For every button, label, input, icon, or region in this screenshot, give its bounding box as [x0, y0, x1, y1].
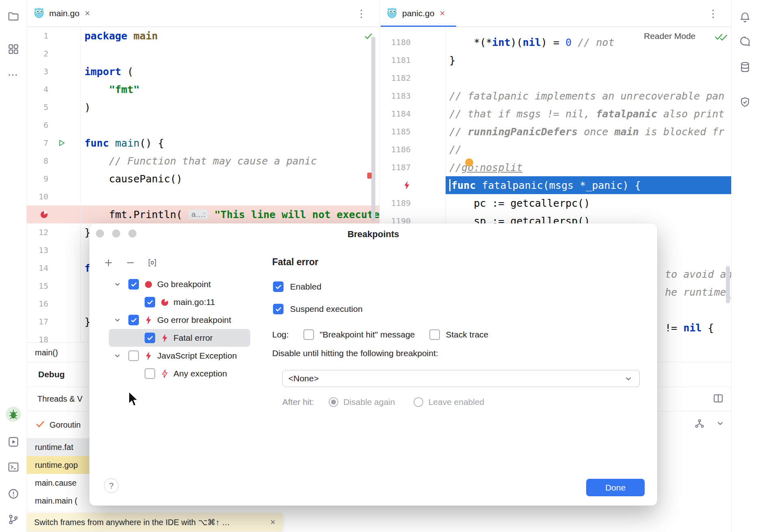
checkbox[interactable] [128, 350, 139, 361]
goroutine-selector[interactable]: Goroutin [50, 420, 81, 430]
checkbox[interactable] [145, 368, 155, 379]
chevron-down-icon[interactable] [111, 352, 123, 360]
folder-icon[interactable] [6, 9, 21, 24]
tree-item-label: main.go:11 [173, 297, 215, 307]
line-number: 1189 [380, 198, 414, 208]
database-icon[interactable] [738, 60, 752, 74]
tab-threads-variables[interactable]: Threads & V [37, 394, 82, 404]
code-line-2: 2 [27, 45, 379, 63]
detail-checkboxes: EnabledSuspend execution [273, 278, 363, 322]
chevron-down-icon[interactable] [111, 280, 123, 288]
dialog-toolbar [103, 257, 158, 268]
go-gopher-icon [33, 7, 45, 20]
git-branch-icon[interactable] [6, 512, 21, 527]
go-gopher-icon [386, 7, 398, 20]
tab-options-menu-icon[interactable]: ⋮ [356, 0, 366, 27]
scrollbar-thumb[interactable] [371, 37, 375, 221]
run-gutter-icon[interactable] [52, 134, 81, 152]
breakpoint-tree-item[interactable]: main.go:11 [109, 293, 250, 311]
line-number: 1184 [380, 109, 414, 119]
tree-item-label: JavaScript Exception [157, 351, 237, 361]
code-line-1181: 1181} [380, 51, 731, 69]
line-number: 15 [27, 281, 52, 291]
close-icon[interactable]: × [440, 8, 445, 19]
breakpoint-tree-item[interactable]: Go breakpoint [109, 275, 250, 293]
windows-icon[interactable] [6, 42, 21, 56]
radio-button[interactable] [329, 397, 338, 407]
more-icon[interactable]: ⋯ [6, 67, 21, 82]
tab-options-menu-icon[interactable]: ⋮ [708, 0, 718, 27]
code-line-1187: 1187//go:nosplit [380, 158, 731, 176]
code-line-1185: 1185// runningPanicDefers once main is b… [380, 123, 731, 141]
done-button[interactable]: Done [586, 479, 645, 496]
line-number: 5 [27, 102, 52, 112]
bell-icon[interactable] [738, 10, 752, 24]
tab-panic-go[interactable]: panic.go × [380, 0, 452, 27]
ide-window: ⋯ main.go × ⋮ 1package main23import (4 "… [0, 0, 758, 532]
code-line-7: 7func main() { [27, 134, 379, 152]
line-number: 1180 [380, 37, 414, 47]
left-tool-rail: ⋯ [0, 0, 27, 532]
detail-title: Fatal error [272, 257, 318, 268]
close-icon[interactable]: × [270, 517, 275, 528]
code-line-1184: 1184// that if msgs != nil, fatalpanic a… [380, 105, 731, 123]
debug-icon[interactable] [4, 405, 22, 423]
ai-assistant-icon[interactable] [738, 34, 752, 49]
radio-button[interactable] [414, 397, 423, 407]
view-frames-graph-icon[interactable] [694, 418, 705, 431]
checkbox[interactable] [429, 329, 440, 340]
reader-mode-button[interactable]: Reader Mode [640, 30, 700, 42]
tab-main-go[interactable]: main.go × [27, 0, 97, 27]
right-tool-rail [731, 0, 758, 532]
tree-item-label: Fatal error [173, 333, 213, 343]
breakpoint-tree-item[interactable]: Go error breakpoint [109, 311, 250, 329]
code-line-1182: 1182 [380, 69, 731, 87]
checkbox[interactable] [273, 304, 284, 314]
checkbox[interactable] [145, 297, 155, 307]
chevron-down-icon[interactable] [715, 418, 726, 431]
left-tabbar: main.go × ⋮ [27, 0, 379, 27]
breakpoint-tree-item[interactable]: JavaScript Exception [109, 347, 250, 365]
checkbox[interactable] [128, 279, 139, 290]
line-number: 1187 [380, 162, 414, 172]
inspections-ok-icon [714, 31, 728, 44]
checkbox[interactable] [145, 333, 155, 343]
scrollbar-thumb[interactable] [726, 266, 730, 303]
detail-checkbox-row: Enabled [273, 278, 363, 296]
checkbox[interactable] [273, 281, 284, 292]
line-number: 16 [27, 299, 52, 309]
add-icon[interactable] [103, 257, 114, 268]
services-icon[interactable] [6, 435, 21, 449]
radio-label: Leave enabled [428, 397, 484, 407]
checkbox[interactable] [303, 329, 314, 340]
terminal-icon[interactable] [6, 460, 21, 474]
breakpoint-tree-item[interactable]: Fatal error [109, 329, 250, 347]
detail-checkbox-row: Suspend execution [273, 300, 363, 318]
chevron-down-icon[interactable] [111, 316, 123, 324]
error-breakpoint-gutter-icon[interactable] [380, 181, 414, 190]
breakpoint-select-dropdown[interactable]: <None> [282, 370, 640, 387]
layout-settings-icon[interactable] [713, 393, 724, 406]
help-button[interactable]: ? [104, 478, 119, 493]
checkbox[interactable] [128, 315, 139, 325]
code-line-8: 8 // Function that may cause a panic [27, 152, 379, 170]
checkbox-label: Enabled [290, 282, 321, 292]
breakpoint-gutter-icon[interactable] [27, 210, 52, 219]
shield-icon[interactable] [738, 95, 752, 110]
problems-icon[interactable] [6, 487, 21, 501]
breakpoint-bolt-icon [143, 351, 154, 361]
shortcut-banner: Switch frames from anywhere in the IDE w… [27, 513, 283, 532]
error-stripe-breakpoint-mark[interactable] [367, 173, 372, 179]
code-line-4: 4 "fmt" [27, 80, 379, 98]
breakpoint-tree-item[interactable]: Any exception [109, 365, 250, 383]
tree-item-label: Any exception [173, 369, 227, 378]
code-line-1189: 1189 pc := getcallerpc() [380, 194, 731, 212]
right-tabbar: panic.go × ⋮ [380, 0, 731, 27]
group-icon[interactable] [147, 257, 158, 268]
code-fragment: to avoid an [665, 265, 731, 283]
line-number: 3 [27, 67, 52, 76]
close-icon[interactable]: × [85, 8, 90, 19]
remove-icon[interactable] [125, 257, 136, 268]
breadcrumb-item[interactable]: main() [35, 348, 58, 357]
breakpoint-pie-icon [159, 298, 170, 307]
